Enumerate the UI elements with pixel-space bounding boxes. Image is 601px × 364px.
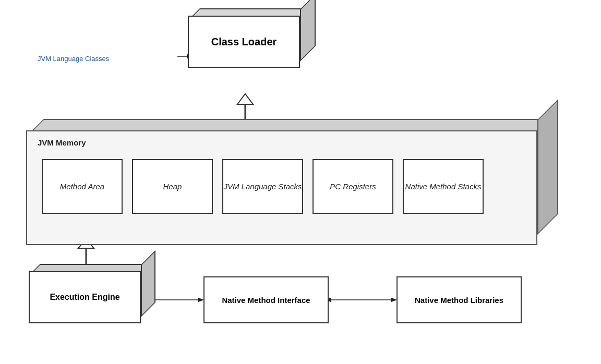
jvm-language-classes-label: JVM Language Classes <box>38 55 109 63</box>
class-loader-front: Class Loader <box>188 16 300 68</box>
class-loader-label: Class Loader <box>211 36 277 48</box>
memory-box-method-area: Method Area <box>42 159 123 214</box>
memory-box-native-stacks: Native Method Stacks <box>403 159 484 214</box>
memory-box-jvm-stacks: JVM Language Stacks <box>222 159 303 214</box>
nmi-label: Native Method Interface <box>222 296 310 305</box>
memory-box-heap: Heap <box>132 159 213 214</box>
class-loader-box: Class Loader <box>188 16 313 73</box>
jvm-memory-right <box>537 99 558 235</box>
native-method-libraries-box: Native Method Libraries <box>396 276 522 323</box>
exec-engine-right <box>141 250 155 317</box>
class-loader-container: Class Loader <box>188 16 313 73</box>
exec-engine-front: Execution Engine <box>29 271 141 323</box>
native-method-interface-box: Native Method Interface <box>203 276 329 323</box>
exec-engine-label: Execution Engine <box>50 293 119 302</box>
memory-boxes: Method Area Heap JVM Language Stacks PC … <box>42 159 484 214</box>
memory-box-pc-registers: PC Registers <box>312 159 393 214</box>
jvm-memory-label: JVM Memory <box>38 138 86 147</box>
nml-label: Native Method Libraries <box>415 296 503 305</box>
jvm-memory-top <box>31 119 555 131</box>
class-loader-right <box>300 0 316 62</box>
svg-marker-6 <box>237 94 253 104</box>
